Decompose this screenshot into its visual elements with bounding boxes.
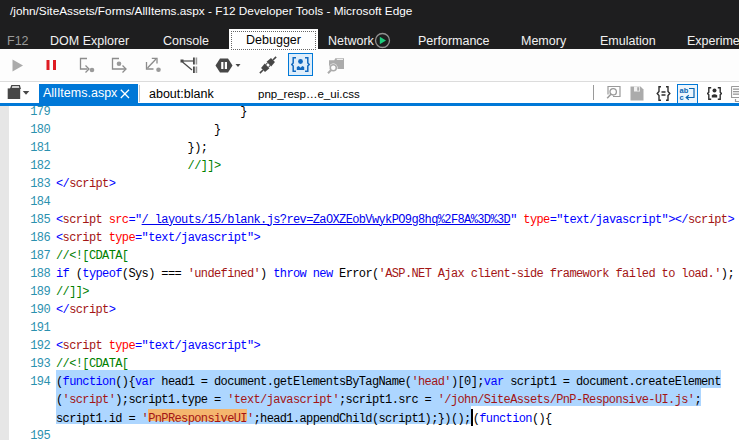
svg-text:c: c	[680, 93, 684, 102]
